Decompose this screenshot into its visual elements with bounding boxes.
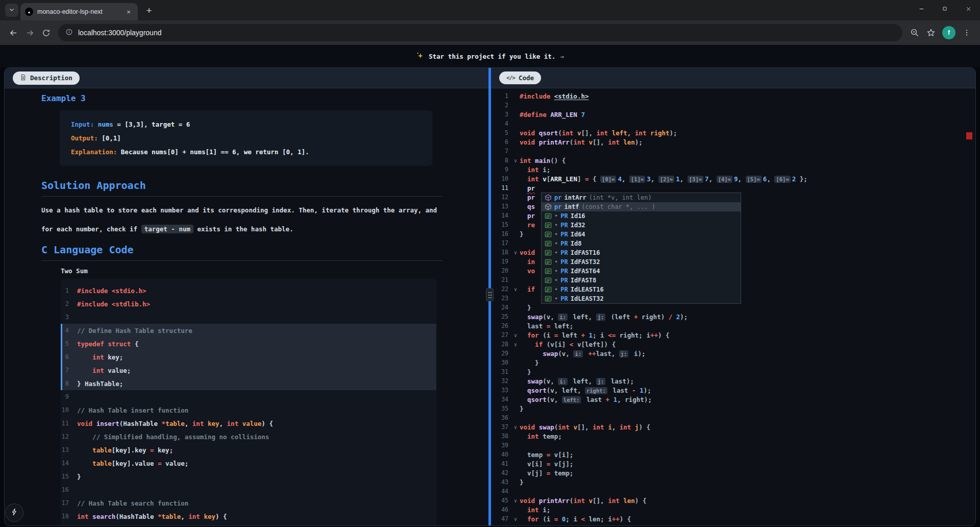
code-line: 14 table[key].value = value; [61,457,436,470]
tab-search-button[interactable] [5,4,18,17]
suggestion-item[interactable]: •PRIdFAST8 [542,276,741,285]
editor-line[interactable]: 5void qsort(int v[], int left, int right… [491,128,975,137]
editor-line[interactable]: 29 swap(v, i: ++last, j: i); [491,349,975,358]
token: // Hash Table search function [77,499,188,507]
url-text[interactable]: localhost:3000/playground [78,29,161,37]
line-number: 9 [491,166,511,173]
zoom-out-icon[interactable] [906,25,923,41]
editor-line[interactable]: 38 int temp; [491,432,975,441]
token: #include [77,300,112,308]
token: (HashTable [115,513,158,520]
editor-line[interactable]: 26 last = left; [491,321,975,330]
monaco-editor[interactable]: 1#include <stdio.h>23#define ARR_LEN 745… [491,88,975,525]
editor-line[interactable]: 11 pr [491,183,975,193]
editor-line[interactable]: 4 [491,119,975,128]
reload-button[interactable] [38,25,54,41]
editor-line[interactable]: 47∨ for (i = 0; i < len; i++) { [491,514,975,523]
text-symbol-icon [544,222,552,229]
line-number: 10 [491,175,511,182]
token: ); [680,313,688,321]
editor-line[interactable]: 6void printArr(int v[], int len); [491,137,975,147]
suggestion-item[interactable]: •PRId8 [542,239,741,248]
window-close-button[interactable] [957,0,980,17]
fold-chevron-icon[interactable]: ∨ [511,342,520,347]
forward-button[interactable] [21,25,38,41]
fold-chevron-icon[interactable]: ∨ [511,424,520,430]
token: , [738,175,745,183]
token: j: [596,314,606,321]
fold-chevron-icon[interactable]: ∨ [511,332,520,338]
editor-line[interactable]: 32 swap(v, i: left, j: last); [491,376,975,386]
editor-line[interactable]: 41 v[i] = v[j]; [491,459,975,468]
fold-chevron-icon[interactable]: ∨ [511,250,520,255]
editor-line[interactable]: 28∨ if (v[i] < v[left]) { [491,340,975,349]
editor-line[interactable]: 42 v[j] = temp; [491,468,975,477]
code-text: vo [520,267,535,275]
editor-line[interactable]: 30 } [491,358,975,367]
editor-line[interactable]: 39 [491,441,975,450]
editor-line[interactable]: 27∨ for (i = left + 1; i <= right; i++) … [491,330,975,340]
token: int [520,157,535,164]
editor-line[interactable]: 35} [491,404,975,413]
window-maximize-button[interactable] [933,0,957,17]
site-info-icon[interactable] [65,28,73,38]
editor-line[interactable]: 8∨int main() { [491,156,975,165]
editor-line[interactable]: 2 [491,101,975,110]
editor-line[interactable]: 46 int i; [491,505,975,514]
line-number: 14 [491,212,511,219]
tab-close-icon[interactable]: × [124,7,133,16]
editor-line[interactable]: 24 } [491,303,975,312]
editor-line[interactable]: 31 } [491,367,975,376]
quick-actions-button[interactable] [5,504,23,522]
suggestion-item[interactable]: •PRIdFAST16 [542,248,741,257]
suggestion-item[interactable]: •PRIdLEAST16 [542,285,741,294]
fold-chevron-icon[interactable]: ∨ [511,516,520,522]
editor-line[interactable]: 3#define ARR_LEN 7 [491,110,975,119]
tab-description[interactable]: Description [13,71,80,85]
suggestion-item[interactable]: printArr(int *v, int len) [542,193,741,202]
editor-line[interactable]: 25 swap(v, i: left, j: (left + right) / … [491,312,975,321]
suggestion-item[interactable]: •PRId32 [542,221,741,230]
browser-menu-icon[interactable] [959,25,975,41]
editor-line[interactable]: 34 qsort(v, left: last + 1, right); [491,395,975,404]
address-bar[interactable]: localhost:3000/playground [58,24,902,41]
fold-chevron-icon[interactable]: ∨ [511,286,520,292]
fold-chevron-icon[interactable]: ∨ [511,498,520,504]
suggestion-item[interactable]: •PRId64 [542,230,741,239]
editor-line[interactable]: 45∨void printArr(int v[], int len) { [491,496,975,505]
editor-line[interactable]: 40 temp = v[i]; [491,450,975,459]
token: intArr [564,194,586,201]
fold-chevron-icon[interactable]: ∨ [511,158,520,163]
editor-line[interactable]: 9 int i; [491,165,975,174]
token: (left [607,313,634,321]
suggestion-item[interactable]: •PRIdFAST64 [542,267,741,276]
editor-line[interactable]: 7 [491,147,975,156]
token: i); [630,350,645,357]
editor-line[interactable]: 33 qsort(v, left, right: last - 1); [491,386,975,395]
token: [0]= [600,176,616,183]
editor-line[interactable]: 37∨void swap(int v[], int i, int j) { [491,422,975,432]
token: for [527,331,539,339]
suggestion-item[interactable]: •PRIdFAST32 [542,257,741,267]
code-text: } [520,359,539,367]
star-project-banner[interactable]: Star this project if you like it. → [0,45,980,67]
suggestion-item[interactable]: •PRId16 [542,211,741,221]
profile-avatar[interactable]: f [942,26,955,39]
tab-code[interactable]: </> Code [499,71,541,84]
window-minimize-button[interactable] [910,0,933,17]
new-tab-button[interactable]: + [142,4,156,18]
editor-line[interactable]: 43} [491,477,975,487]
editor-line[interactable]: 44 [491,487,975,496]
back-button[interactable] [5,25,21,41]
code-line: 18int search(HashTable *table, int key) … [61,510,436,523]
editor-line[interactable]: 36 [491,413,975,422]
token: v[i]; [550,451,573,459]
bookmark-star-icon[interactable] [923,25,939,41]
suggestion-item[interactable]: printf(const char *, ... ) [542,202,741,211]
editor-line[interactable]: 1#include <stdio.h> [491,91,975,101]
browser-tab[interactable]: ▲ monaco-editor-lsp-next × [20,3,138,20]
line-number: 19 [491,258,511,265]
suggestion-item[interactable]: •PRIdLEAST32 [542,294,741,303]
token: i; [543,166,550,174]
editor-line[interactable]: 10 int v[ARR_LEN] = { [0]=4, [1]=3, [2]=… [491,174,975,183]
